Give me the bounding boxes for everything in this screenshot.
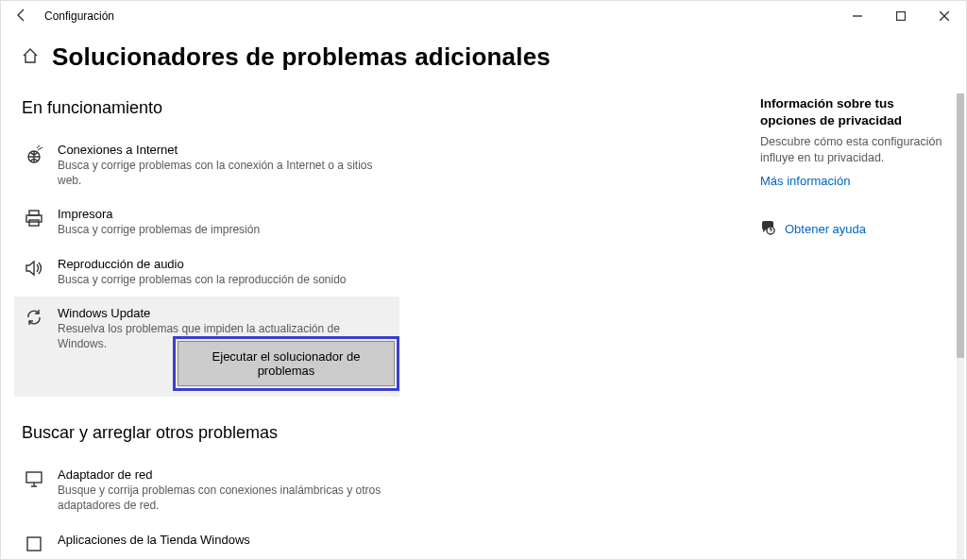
troubleshooter-desc: Busca y corrige problemas con la reprodu… [58,272,390,287]
troubleshooter-audio[interactable]: Reproducción de audio Busca y corrige pr… [22,247,399,297]
titlebar-left: Configuración [14,8,114,25]
main-panel: Solucionadores de problemas adicionales … [1,31,747,560]
troubleshooter-list-other: Adaptador de red Busque y corrija proble… [22,458,399,556]
help-row: Obtener ayuda [760,220,949,238]
troubleshooter-network-adapter[interactable]: Adaptador de red Busque y corrija proble… [22,458,399,522]
more-info-link[interactable]: Más información [760,174,949,188]
globe-icon [25,144,43,167]
minimize-button[interactable] [836,1,879,31]
troubleshooter-windows-update[interactable]: Windows Update Resuelva los problemas qu… [14,297,399,397]
back-arrow-icon[interactable] [14,8,29,25]
troubleshooter-desc: Busca y corrige problemas de impresión [58,222,390,237]
section-heading-running: En funcionamiento [22,98,747,118]
troubleshooter-desc: Busque y corrija problemas con conexione… [58,483,390,513]
svg-rect-2 [29,211,39,215]
troubleshooter-title: Adaptador de red [58,467,390,482]
sidebar-desc: Descubre cómo esta configuración influye… [760,134,949,166]
troubleshooter-title: Impresora [58,207,390,221]
close-button[interactable] [923,1,966,31]
troubleshooter-title: Reproducción de audio [58,257,390,271]
chat-icon [760,220,775,238]
svg-rect-6 [27,537,41,551]
page-header: Solucionadores de problemas adicionales [22,42,747,72]
svg-rect-0 [897,12,906,21]
scrollbar[interactable] [957,93,964,560]
troubleshooter-list-running: Conexiones a Internet Busca y corrige pr… [22,133,399,397]
app-icon [25,535,43,557]
troubleshooter-title: Conexiones a Internet [58,143,390,157]
troubleshooter-internet[interactable]: Conexiones a Internet Busca y corrige pr… [22,133,399,197]
titlebar: Configuración [1,1,966,31]
window-title: Configuración [44,9,114,23]
info-sidebar: Información sobre tus opciones de privac… [760,95,949,238]
speaker-icon [25,259,43,281]
section-heading-other: Buscar y arreglar otros problemas [22,423,747,443]
printer-icon [25,209,43,231]
troubleshooter-store-apps[interactable]: Aplicaciones de la Tienda Windows [22,523,399,557]
scrollbar-thumb[interactable] [957,93,964,358]
troubleshooter-title: Windows Update [58,306,390,320]
run-troubleshooter-button[interactable]: Ejecutar el solucionador de problemas [178,341,395,386]
get-help-link[interactable]: Obtener ayuda [785,222,866,236]
troubleshooter-printer[interactable]: Impresora Busca y corrige problemas de i… [22,197,399,246]
troubleshooter-desc: Busca y corrige problemas con la conexió… [58,158,390,188]
monitor-icon [25,469,43,492]
troubleshooter-title: Aplicaciones de la Tienda Windows [58,533,390,547]
window-controls [836,1,966,31]
sidebar-heading: Información sobre tus opciones de privac… [760,95,949,128]
content: Solucionadores de problemas adicionales … [1,31,966,560]
home-icon[interactable] [22,47,39,68]
page-title: Solucionadores de problemas adicionales [52,42,551,72]
run-button-highlight: Ejecutar el solucionador de problemas [173,336,399,391]
svg-rect-4 [29,220,39,226]
svg-rect-5 [26,472,42,483]
refresh-icon [25,308,43,331]
maximize-button[interactable] [879,1,923,31]
